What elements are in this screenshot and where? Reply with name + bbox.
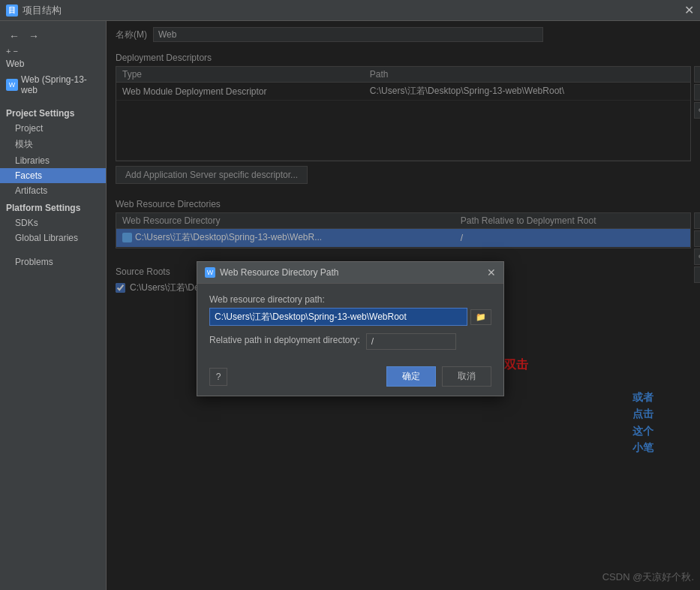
forward-button[interactable]: → (26, 29, 42, 44)
sidebar-item-sdks[interactable]: SDKs (0, 215, 106, 230)
sidebar-item-artifacts[interactable]: Artifacts (0, 183, 106, 198)
close-button[interactable]: ✕ (684, 5, 694, 17)
sidebar-item-project[interactable]: Project (0, 121, 106, 136)
app-icon: 目 (6, 5, 18, 17)
back-button[interactable]: ← (6, 29, 23, 44)
dialog-actions: 确定 取消 (386, 366, 491, 387)
dialog-footer: ? 确定 取消 (197, 360, 503, 396)
dialog-body: Web resource directory path: 📁 Relative … (197, 284, 503, 360)
sidebar-item-facets[interactable]: Facets (0, 168, 106, 183)
browse-button[interactable]: 📁 (470, 309, 491, 325)
dialog-title-bar: W Web Resource Directory Path ✕ (197, 262, 503, 284)
web-tree-node[interactable]: W Web (Spring-13-web (0, 72, 106, 98)
dialog-help-button[interactable]: ? (209, 368, 227, 386)
sidebar-item-modules[interactable]: 模块 (0, 136, 106, 153)
sidebar-item-problems[interactable]: Problems (0, 254, 106, 269)
dialog-title: W Web Resource Directory Path (205, 267, 339, 278)
rel-input[interactable] (366, 333, 456, 350)
web-resource-dialog: W Web Resource Directory Path ✕ Web reso… (197, 261, 504, 396)
path-label: Web resource directory path: (209, 294, 491, 305)
rel-label: Relative path in deployment directory: (209, 335, 360, 345)
sidebar: ← → + − Web W Web (Spring-13-web Project… (0, 21, 107, 590)
dialog-close-button[interactable]: ✕ (487, 266, 496, 278)
path-input-row: 📁 (209, 308, 491, 326)
main-container: ← → + − Web W Web (Spring-13-web Project… (0, 21, 700, 590)
path-input[interactable] (209, 308, 467, 326)
rel-path-row: Relative path in deployment directory: (209, 333, 491, 350)
web-label: Web (0, 57, 106, 72)
platform-settings-label: Platform Settings (0, 198, 106, 215)
content-panel: 名称(M) Deployment Descriptors Type Path (107, 21, 700, 590)
project-settings-label: Project Settings (0, 104, 106, 121)
sidebar-nav: ← → (0, 27, 106, 45)
dialog-icon: W (205, 267, 215, 278)
window-title: 项目结构 (23, 4, 62, 17)
title-bar: 目 项目结构 ✕ (0, 0, 700, 21)
cancel-button[interactable]: 取消 (442, 366, 491, 387)
sidebar-item-libraries[interactable]: Libraries (0, 153, 106, 168)
web-tree-item[interactable]: + − (0, 45, 106, 57)
sidebar-item-global-libraries[interactable]: Global Libraries (0, 230, 106, 245)
web-item-label: Web (Spring-13-web (21, 74, 100, 95)
web-item-icon: W (6, 79, 18, 91)
confirm-button[interactable]: 确定 (386, 366, 436, 387)
